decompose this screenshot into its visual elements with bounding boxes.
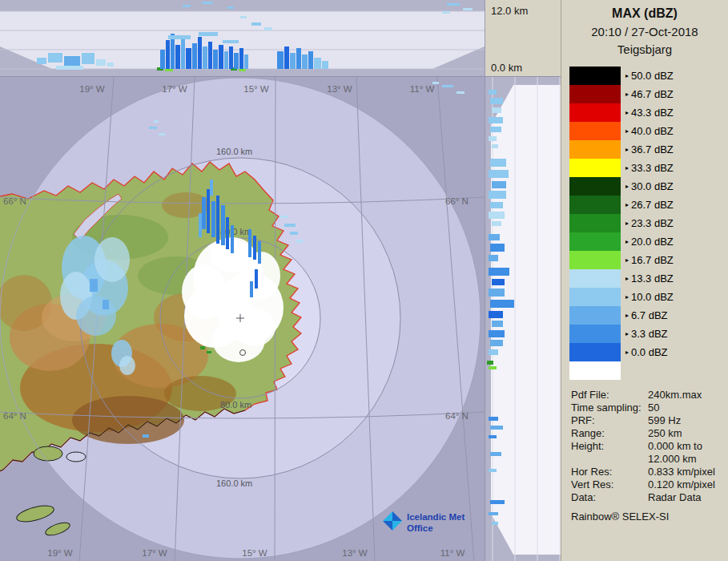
detail-value: 240km.max [648,389,702,402]
ns-profile-plot [485,77,561,561]
legend-arrow-icon: ▸ [625,220,629,227]
legend-color-chip [569,306,621,325]
detail-value: 50 [648,402,659,414]
legend-label: 43.3 dBZ [631,107,674,119]
legend-label: 36.7 dBZ [631,143,674,155]
height-axis-min-label: 0.0 km [491,62,522,74]
detail-value: 0.120 km/pixel [648,478,715,491]
legend-row: ▸26.7 dBZ [569,196,728,214]
legend-color-chip [569,325,621,343]
parallel-label: 64° N [445,411,469,421]
meridian-label: 19° W [79,84,105,94]
detail-label: Hor Res: [571,466,648,478]
legend-arrow-icon: ▸ [625,146,629,153]
legend-color-chip [569,361,621,380]
detail-row: Data:Radar Data [571,491,728,504]
parallel-label: 66° N [3,196,26,206]
legend-color-chip [569,251,621,269]
legend-color-chip [569,122,621,140]
legend-arrow-icon: ▸ [625,164,629,172]
detail-value: 250 km [648,427,682,440]
legend-row: ▸20.0 dBZ [569,232,728,251]
meridian-label: 17° W [142,548,167,558]
detail-value: 0.833 km/pixel [648,466,715,478]
imo-logo-text-line1: Icelandic Met [407,512,465,522]
radar-map-plot: 19° W19° W17° W17° W15° W15° W13° W13° W… [0,77,485,561]
detail-row: Pdf File:240km.max [571,389,728,402]
legend-arrow-icon: ▸ [625,275,629,282]
legend-arrow-icon: ▸ [625,109,629,116]
imo-logo-text-line2: Office [407,523,433,533]
legend-arrow-icon: ▸ [625,72,629,79]
detail-row: Vert Res:0.120 km/pixel [571,478,728,491]
meridian-label: 13° W [342,548,368,558]
legend-label: 0.0 dBZ [631,346,668,358]
legend-label: 16.7 dBZ [631,254,674,266]
legend-color-chip [569,159,621,177]
detail-row: Height:0.000 km to [571,440,728,453]
legend-label: 46.7 dBZ [631,88,674,100]
legend-arrow-icon: ▸ [625,349,629,356]
legend-color-chip [569,232,621,251]
parallel-label: 66° N [445,196,469,206]
legend-arrow-icon: ▸ [625,127,629,135]
legend-arrow-icon: ▸ [625,91,629,98]
detail-label [571,453,648,466]
detail-value: 0.000 km to [648,440,702,453]
detail-label: Height: [571,440,648,453]
legend-row: ▸36.7 dBZ [569,140,728,159]
legend-row: ▸46.7 dBZ [569,85,728,103]
legend-row: ▸6.7 dBZ [569,306,728,325]
detail-value: 12.000 km [648,453,697,466]
legend-label: 50.0 dBZ [631,70,674,82]
legend-arrow-icon: ▸ [625,201,629,208]
legend-row: ▸30.0 dBZ [569,177,728,196]
meridian-label: 11° W [410,84,435,94]
lagoon [66,452,86,462]
radar-map-panel: 19° W19° W17° W17° W15° W15° W13° W13° W… [0,76,485,561]
meridian-label: 17° W [162,84,187,94]
legend-color-chip [569,343,621,361]
legend-label: 6.7 dBZ [631,309,668,321]
legend-row: ▸16.7 dBZ [569,251,728,269]
detail-value: Radar Data [648,491,701,504]
legend-color-chip [569,67,621,85]
height-axis-labels: 12.0 km 0.0 km [485,0,561,76]
meridian-label: 13° W [327,84,352,94]
legend-label: 23.3 dBZ [631,217,674,229]
legend-row [569,361,728,380]
timestamp: 20:10 / 27-Oct-2018 [561,25,728,38]
legend-color-chip [569,196,621,214]
detail-label: Time sampling: [571,402,648,414]
ns-height-profile-panel [485,76,561,561]
legend-color-chip [569,177,621,196]
detail-label: Data: [571,491,648,504]
detail-label: Pdf File: [571,389,648,402]
legend-label: 26.7 dBZ [631,199,674,211]
legend-color-chip [569,85,621,103]
vendor-label: Rainbow® SELEX-SI [571,511,728,523]
parallel-label: 64° N [3,411,26,421]
detail-label: PRF: [571,414,648,427]
legend-label: 33.3 dBZ [631,162,674,174]
legend-arrow-icon: ▸ [625,238,629,245]
detail-row: Range:250 km [571,427,728,440]
meridian-label: 15° W [242,548,267,558]
range-ring-label: 160.0 km [216,478,252,488]
legend-label: 30.0 dBZ [631,180,674,192]
legend-arrow-icon: ▸ [625,330,629,337]
legend-row: ▸3.3 dBZ [569,325,728,343]
legend-color-chip [569,103,621,122]
ns-beam-coverage [491,85,561,555]
detail-label: Range: [571,427,648,440]
detail-row: Time sampling:50 [571,402,728,414]
legend-row: ▸0.0 dBZ [569,343,728,361]
legend-row: ▸10.0 dBZ [569,288,728,306]
legend-arrow-icon: ▸ [625,293,629,301]
meridian-label: 15° W [243,84,269,94]
radar-app-window: 12.0 km 0.0 km 19° W19° W17° [0,0,728,561]
legend-row: ▸43.3 dBZ [569,103,728,122]
detail-row: Hor Res:0.833 km/pixel [571,466,728,478]
legend-label: 3.3 dBZ [631,328,668,340]
detail-row: PRF:599 Hz [571,414,728,427]
